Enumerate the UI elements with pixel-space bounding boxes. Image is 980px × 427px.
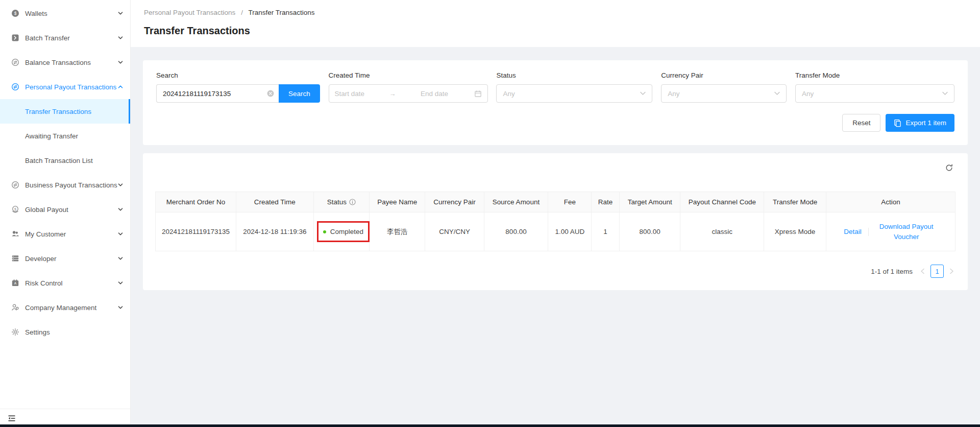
cell-currency-pair: CNY/CNY — [425, 212, 484, 251]
cell-rate: 1 — [592, 212, 620, 251]
export-button[interactable]: Export 1 item — [886, 114, 954, 132]
status-annotation-box: Completed — [317, 221, 370, 242]
start-date-placeholder[interactable]: Start date — [335, 90, 365, 98]
my-customer-icon — [11, 230, 19, 238]
breadcrumb-current: Transfer Transactions — [248, 9, 314, 16]
sidebar-item-transfer-transactions[interactable]: Transfer Transactions — [0, 99, 130, 124]
date-range-arrow: → — [389, 90, 396, 98]
pagination-next-icon[interactable] — [948, 268, 955, 274]
search-input[interactable] — [156, 84, 279, 103]
chevron-down-icon — [118, 305, 123, 310]
sidebar-item-label: Wallets — [25, 10, 118, 17]
cell-target-amount: 800.00 — [619, 212, 680, 251]
transactions-table: Merchant Order No Created Time Status Pa… — [155, 192, 955, 251]
sidebar-item-batch-transaction-list[interactable]: Batch Transaction List — [0, 148, 130, 173]
search-button[interactable]: Search — [279, 84, 320, 103]
download-payout-voucher-link[interactable]: Download Payout Voucher — [875, 222, 938, 242]
col-merchant-order-no: Merchant Order No — [156, 192, 236, 212]
status-select[interactable]: Any — [496, 84, 652, 103]
end-date-placeholder[interactable]: End date — [421, 90, 448, 98]
wallet-icon: $ — [11, 9, 19, 17]
page-header: Personal Payout Transactions / Transfer … — [131, 0, 980, 47]
batch-transfer-icon — [11, 34, 19, 42]
clear-icon[interactable] — [267, 90, 274, 97]
sidebar-item-label: Balance Transactions — [25, 59, 118, 66]
currency-pair-label: Currency Pair — [661, 72, 787, 79]
sidebar-item-label: Batch Transaction List — [25, 157, 93, 164]
chevron-down-icon — [118, 11, 123, 16]
col-status-label: Status — [327, 198, 347, 206]
company-management-icon — [11, 303, 19, 312]
sidebar-item-risk-control[interactable]: A Risk Control — [0, 271, 130, 295]
col-transfer-mode: Transfer Mode — [764, 192, 826, 212]
cell-fee: 1.00 AUD — [548, 212, 592, 251]
col-created-time: Created Time — [236, 192, 313, 212]
transfer-mode-select[interactable]: Any — [795, 84, 954, 103]
col-source-amount: Source Amount — [484, 192, 548, 212]
col-rate: Rate — [592, 192, 620, 212]
cell-payee-name: 李哲浩 — [370, 212, 425, 251]
content-area: Search Search Created Time Start d — [131, 47, 980, 290]
cell-status: Completed — [313, 212, 369, 251]
status-badge: Completed — [330, 228, 363, 235]
refresh-icon[interactable] — [945, 163, 953, 172]
sidebar-item-settings[interactable]: Settings — [0, 320, 130, 344]
filter-row: Search Search Created Time Start d — [156, 72, 954, 103]
menu-fold-icon[interactable] — [8, 414, 16, 422]
filter-card: Search Search Created Time Start d — [143, 60, 968, 145]
svg-text:$: $ — [14, 207, 16, 211]
pagination-prev-icon[interactable] — [919, 268, 926, 274]
pagination-summary: 1-1 of 1 items — [871, 268, 913, 275]
sidebar-item-balance-transactions[interactable]: Balance Transactions — [0, 50, 130, 75]
sidebar-item-label: Global Payout — [25, 206, 118, 214]
date-range-picker[interactable]: Start date → End date — [329, 84, 488, 103]
search-group: Search — [156, 84, 320, 103]
app-window: $ Wallets Batch Transfer Balance Transac… — [0, 0, 980, 427]
chevron-up-icon — [118, 84, 123, 89]
chevron-down-icon — [118, 35, 123, 40]
cell-created-time: 2024-12-18 11:19:36 — [236, 212, 313, 251]
chevron-down-icon — [118, 207, 123, 212]
breadcrumb-parent[interactable]: Personal Payout Transactions — [144, 9, 235, 16]
breadcrumb: Personal Payout Transactions / Transfer … — [144, 9, 968, 16]
action-divider — [868, 228, 869, 236]
chevron-down-icon — [118, 280, 123, 286]
currency-pair-select-value: Any — [668, 90, 679, 98]
cell-transfer-mode: Xpress Mode — [764, 212, 826, 251]
sidebar-item-personal-payout-transactions[interactable]: Personal Payout Transactions — [0, 75, 130, 99]
global-payout-icon: $ — [11, 205, 19, 214]
sidebar-item-my-customer[interactable]: My Customer — [0, 222, 130, 246]
sidebar-item-awaiting-transfer[interactable]: Awaiting Transfer — [0, 124, 130, 148]
filter-status: Status Any — [496, 72, 652, 103]
table-row: 202412181119173135 2024-12-18 11:19:36 C… — [156, 212, 955, 251]
export-button-label: Export 1 item — [905, 119, 946, 127]
sidebar-item-wallets[interactable]: $ Wallets — [0, 1, 130, 26]
settings-icon — [11, 328, 19, 336]
currency-pair-select[interactable]: Any — [661, 84, 787, 103]
sidebar-item-developer[interactable]: Developer — [0, 246, 130, 271]
sidebar-item-label: Settings — [25, 328, 123, 336]
table-header-row: Merchant Order No Created Time Status Pa… — [156, 192, 955, 212]
reset-button[interactable]: Reset — [842, 114, 880, 132]
sidebar-item-company-management[interactable]: Company Management — [0, 295, 130, 320]
chevron-down-icon — [774, 91, 780, 96]
sidebar-item-batch-transfer[interactable]: Batch Transfer — [0, 26, 130, 50]
cell-source-amount: 800.00 — [484, 212, 548, 251]
table-toolbar — [155, 160, 955, 172]
sidebar-item-label: Awaiting Transfer — [25, 132, 78, 140]
breadcrumb-separator: / — [241, 9, 243, 16]
sidebar-item-label: Batch Transfer — [25, 34, 118, 42]
sidebar-item-global-payout[interactable]: $ Global Payout — [0, 197, 130, 222]
sidebar-item-label: Risk Control — [25, 279, 118, 287]
pagination: 1-1 of 1 items 1 — [155, 265, 955, 278]
chevron-down-icon — [118, 256, 123, 261]
transfer-mode-select-value: Any — [802, 90, 814, 98]
sidebar-item-business-payout-transactions[interactable]: Business Payout Transactions — [0, 173, 130, 197]
filter-created-time: Created Time Start date → End date — [329, 72, 488, 103]
search-input-wrap — [156, 84, 279, 103]
detail-link[interactable]: Detail — [844, 228, 862, 235]
bottom-window-edge — [0, 424, 980, 427]
info-icon[interactable] — [349, 199, 356, 205]
cell-merchant-order-no: 202412181119173135 — [156, 212, 236, 251]
pagination-page-1[interactable]: 1 — [930, 265, 944, 278]
